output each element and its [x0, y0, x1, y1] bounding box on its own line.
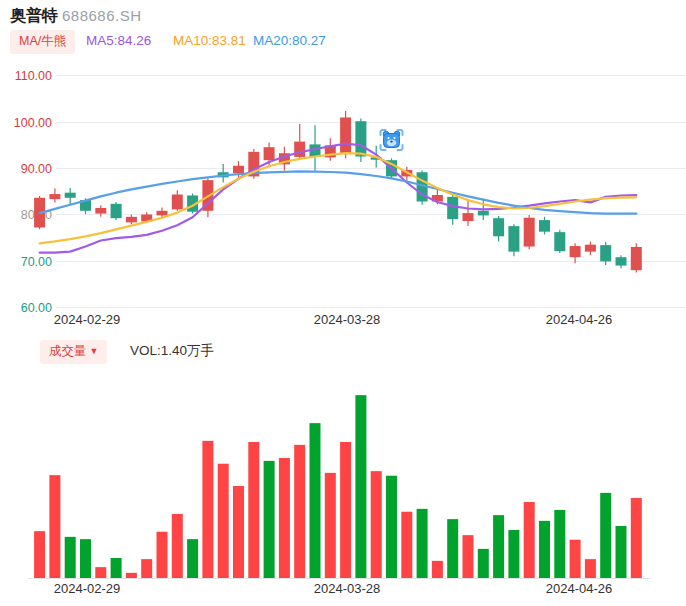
volume-bar[interactable]	[478, 549, 489, 578]
volume-bar[interactable]	[325, 473, 336, 578]
y-axis-tick: 60.00	[21, 301, 52, 315]
ma5-value-label: MA5:84.26	[86, 33, 151, 48]
stock-chart-page: 奥普特 688686.SH MA/牛熊 MA5:84.26 MA10:83.81…	[0, 0, 686, 606]
volume-bar[interactable]	[157, 532, 168, 578]
volume-bar[interactable]	[126, 573, 137, 578]
volume-bar[interactable]	[508, 530, 519, 578]
volume-bar[interactable]	[172, 514, 183, 578]
volume-bar[interactable]	[111, 558, 122, 578]
candle[interactable]	[49, 194, 60, 199]
candle[interactable]	[355, 121, 366, 156]
volume-bar[interactable]	[187, 539, 198, 578]
volume-bar[interactable]	[34, 531, 45, 578]
candle[interactable]	[111, 204, 122, 218]
candle[interactable]	[524, 218, 535, 247]
candle[interactable]	[126, 217, 137, 223]
volume-value-label: VOL:1.40万手	[130, 342, 214, 360]
volume-bar[interactable]	[355, 395, 366, 578]
x-axis-date-label: 2024-02-29	[54, 312, 121, 327]
volume-bar[interactable]	[631, 498, 642, 578]
chevron-down-icon: ▼	[90, 346, 99, 356]
volume-bar[interactable]	[294, 445, 305, 578]
candle[interactable]	[233, 166, 244, 173]
volume-bar[interactable]	[386, 476, 397, 578]
x-axis-date-label: 2024-02-29	[54, 581, 121, 596]
volume-bar[interactable]	[401, 512, 412, 578]
volume-bar[interactable]	[218, 464, 229, 578]
candle[interactable]	[478, 211, 489, 216]
x-axis-date-label: 2024-04-26	[546, 312, 613, 327]
volume-bar[interactable]	[585, 559, 596, 578]
stock-name: 奥普特	[10, 6, 58, 27]
y-axis-tick: 70.00	[21, 255, 52, 269]
volume-chart[interactable]	[0, 370, 686, 596]
candle[interactable]	[172, 195, 183, 210]
volume-bar[interactable]	[264, 461, 275, 578]
ma-line-ma5	[40, 144, 637, 253]
ma10-value-label: MA10:83.81	[173, 33, 246, 48]
candle[interactable]	[157, 211, 168, 216]
candle[interactable]	[294, 142, 305, 157]
tab-volume[interactable]: 成交量▼	[40, 340, 107, 364]
volume-bar[interactable]	[600, 493, 611, 578]
candle[interactable]	[570, 246, 581, 257]
ma-line-ma20	[40, 171, 637, 213]
candle[interactable]	[493, 218, 504, 236]
candle[interactable]	[463, 213, 474, 221]
candle[interactable]	[65, 193, 76, 198]
candle[interactable]	[264, 147, 275, 160]
volume-bar[interactable]	[233, 486, 244, 578]
x-axis-date-label: 2024-03-28	[314, 581, 381, 596]
volume-bar[interactable]	[279, 458, 290, 578]
volume-bar[interactable]	[65, 537, 76, 578]
candle[interactable]	[600, 245, 611, 261]
candle[interactable]	[554, 232, 565, 251]
candle[interactable]	[616, 257, 627, 265]
volume-bar[interactable]	[432, 561, 443, 578]
candle[interactable]	[585, 245, 596, 252]
candle[interactable]	[631, 247, 642, 270]
y-axis-tick: 110.00	[15, 69, 52, 83]
volume-bar[interactable]	[463, 535, 474, 578]
volume-tab-label: 成交量	[49, 344, 87, 358]
y-axis-tick: 100.00	[14, 116, 52, 130]
candle[interactable]	[539, 220, 550, 232]
volume-bar[interactable]	[80, 539, 91, 578]
volume-bar[interactable]	[417, 509, 428, 578]
volume-bar[interactable]	[95, 567, 106, 578]
candle[interactable]	[447, 197, 458, 219]
candle[interactable]	[95, 208, 106, 214]
volume-bar[interactable]	[539, 521, 550, 578]
bear-signal-icon[interactable]	[381, 130, 403, 150]
volume-bar[interactable]	[49, 475, 60, 578]
volume-bar[interactable]	[447, 519, 458, 578]
volume-bar[interactable]	[570, 540, 581, 578]
volume-bar[interactable]	[340, 442, 351, 578]
x-axis-date-label: 2024-04-26	[546, 581, 613, 596]
tab-ma-bullbear[interactable]: MA/牛熊	[10, 30, 75, 54]
volume-bar[interactable]	[310, 423, 321, 578]
volume-bar[interactable]	[202, 441, 213, 578]
volume-bar[interactable]	[141, 559, 152, 578]
ma20-value-label: MA20:80.27	[253, 33, 326, 48]
candle[interactable]	[340, 117, 351, 154]
volume-bar[interactable]	[524, 502, 535, 578]
volume-bar[interactable]	[616, 526, 627, 578]
candle[interactable]	[508, 226, 519, 252]
volume-bar[interactable]	[371, 471, 382, 578]
volume-bar[interactable]	[493, 515, 504, 578]
y-axis-tick: 90.00	[21, 162, 52, 176]
price-chart[interactable]: 110.00100.0090.0080.0070.0060.00	[0, 60, 686, 330]
volume-bar[interactable]	[554, 510, 565, 578]
stock-code: 688686.SH	[62, 7, 142, 24]
volume-bar[interactable]	[248, 442, 259, 578]
x-axis-date-label: 2024-03-28	[314, 312, 381, 327]
